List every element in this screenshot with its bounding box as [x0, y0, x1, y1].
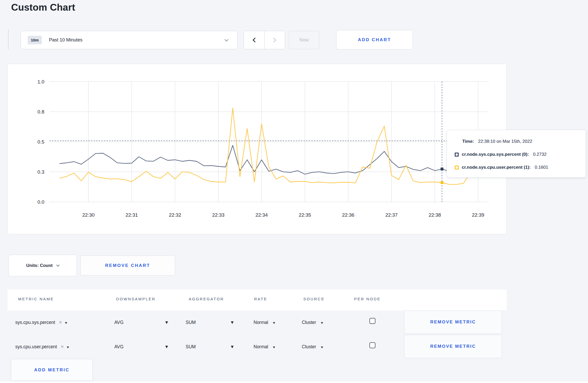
time-range-label: Past 10 Minutes: [49, 37, 82, 43]
series-line-1: [60, 108, 485, 185]
series-line-0: [60, 145, 485, 174]
chart-card: 0.00.30.50.81.022:3022:3122:3222:3322:34…: [8, 64, 507, 234]
clear-metric-icon[interactable]: ×: [61, 343, 64, 350]
chevron-down-icon: [56, 263, 60, 267]
caret-down-icon: ▼: [320, 345, 324, 349]
y-axis-label: 0.3: [38, 169, 44, 175]
prev-range-button[interactable]: [244, 31, 265, 49]
y-axis-label: 0.8: [38, 109, 44, 115]
add-chart-button[interactable]: ADD CHART: [336, 30, 413, 49]
chevron-left-icon: [253, 38, 257, 42]
header-aggregator: AGGREGATOR: [189, 297, 224, 301]
header-downsampler: DOWNSAMPLER: [116, 297, 156, 301]
clear-metric-icon[interactable]: ×: [59, 319, 62, 325]
custom-chart-page: Custom Chart 10m Past 10 Minutes Now ADD…: [0, 0, 588, 383]
x-axis-label: 22:39: [472, 212, 484, 218]
time-range-pager: [244, 31, 285, 49]
crosshair-marker: [440, 181, 443, 184]
chevron-down-icon: [225, 38, 229, 42]
next-range-button[interactable]: [265, 31, 285, 49]
metric-row: sys.cpu.sys.percent× ▼ AVG ▼ SUM ▼ Norma…: [8, 310, 507, 334]
units-select[interactable]: Units: Count: [9, 255, 77, 276]
tooltip-series-value: 0.2732: [533, 152, 547, 157]
remove-metric-button[interactable]: REMOVE METRIC: [404, 335, 502, 358]
caret-down-icon: ▼: [272, 321, 276, 325]
caret-down-icon: ▼: [66, 345, 70, 349]
header-per-node: PER NODE: [354, 297, 381, 301]
y-axis-label: 0.0: [38, 199, 44, 205]
time-range-select[interactable]: 10m Past 10 Minutes: [21, 31, 237, 49]
aggregator-select[interactable]: SUM: [186, 320, 196, 325]
metric-name-select[interactable]: sys.cpu.sys.percent× ▼: [15, 319, 68, 326]
y-axis-label: 1.0: [38, 79, 44, 84]
downsampler-select[interactable]: AVG: [114, 344, 124, 350]
chevron-right-icon: [272, 38, 276, 42]
tooltip-series-row: cr.node.sys.cpu.sys.percent (0): 0.2732: [455, 148, 578, 161]
x-axis-label: 22:32: [169, 212, 181, 218]
tooltip-time-label: Time:: [462, 139, 474, 144]
header-rate: RATE: [254, 297, 267, 301]
y-axis-label: 0.5: [38, 139, 44, 145]
sys-percent-swatch-icon: [455, 153, 459, 157]
x-axis-label: 22:36: [342, 212, 354, 218]
caret-down-icon: ▼: [164, 320, 169, 325]
tooltip-time-row: Time: 22:38:10 on Mar 15th, 2022: [455, 135, 578, 148]
rate-select[interactable]: Normal ▼: [254, 320, 276, 325]
x-axis-label: 22:30: [82, 212, 95, 218]
metric-name-select[interactable]: sys.cpu.user.percent× ▼: [15, 343, 69, 350]
caret-down-icon: ▼: [272, 345, 276, 349]
tooltip-time-value: 22:38:10 on Mar 15th, 2022: [478, 139, 532, 144]
caret-down-icon: ▼: [230, 320, 234, 325]
caret-down-icon: ▼: [164, 344, 169, 350]
rate-select[interactable]: Normal ▼: [254, 344, 276, 350]
source-select[interactable]: Cluster ▼: [302, 344, 324, 350]
remove-chart-button[interactable]: REMOVE CHART: [80, 256, 175, 275]
add-metric-button[interactable]: ADD METRIC: [11, 359, 93, 381]
per-node-checkbox[interactable]: [369, 342, 375, 348]
caret-down-icon: ▼: [64, 321, 68, 325]
cpu-usage-chart[interactable]: 0.00.30.50.81.022:3022:3122:3222:3322:34…: [8, 64, 506, 234]
tooltip-series-row: cr.node.sys.cpu.user.percent (1): 0.1601: [455, 161, 578, 174]
metrics-table-header: METRIC NAME DOWNSAMPLER AGGREGATOR RATE …: [8, 289, 507, 310]
x-axis-label: 22:35: [299, 212, 311, 218]
tooltip-series-value: 0.1601: [535, 165, 548, 170]
x-axis-label: 22:38: [429, 212, 441, 218]
caret-down-icon: ▼: [320, 321, 324, 325]
crosshair-marker: [440, 168, 443, 171]
caret-down-icon: ▼: [230, 344, 234, 350]
x-axis-label: 22:34: [255, 212, 268, 218]
source-select[interactable]: Cluster ▼: [302, 320, 324, 325]
bottom-panel-edge: [0, 381, 588, 383]
per-node-checkbox[interactable]: [369, 318, 375, 324]
tooltip-series-name: cr.node.sys.cpu.sys.percent (0):: [462, 152, 529, 157]
chart-tooltip: Time: 22:38:10 on Mar 15th, 2022 cr.node…: [447, 130, 586, 178]
toolbar-divider: [8, 29, 9, 49]
header-source: SOURCE: [303, 297, 325, 301]
x-axis-label: 22:37: [385, 212, 398, 218]
tooltip-series-name: cr.node.sys.cpu.user.percent (1):: [462, 165, 530, 170]
time-range-badge: 10m: [28, 36, 42, 44]
x-axis-label: 22:31: [125, 212, 138, 218]
remove-metric-button[interactable]: REMOVE METRIC: [404, 310, 502, 334]
page-title: Custom Chart: [11, 2, 75, 13]
x-axis-label: 22:33: [212, 212, 225, 218]
units-select-label: Units: Count: [26, 263, 53, 268]
now-button[interactable]: Now: [289, 31, 319, 49]
metric-row: sys.cpu.user.percent× ▼ AVG ▼ SUM ▼ Norm…: [8, 335, 507, 359]
aggregator-select[interactable]: SUM: [186, 344, 196, 350]
header-metric-name: METRIC NAME: [18, 297, 54, 301]
downsampler-select[interactable]: AVG: [114, 320, 124, 325]
user-percent-swatch-icon: [455, 166, 459, 169]
